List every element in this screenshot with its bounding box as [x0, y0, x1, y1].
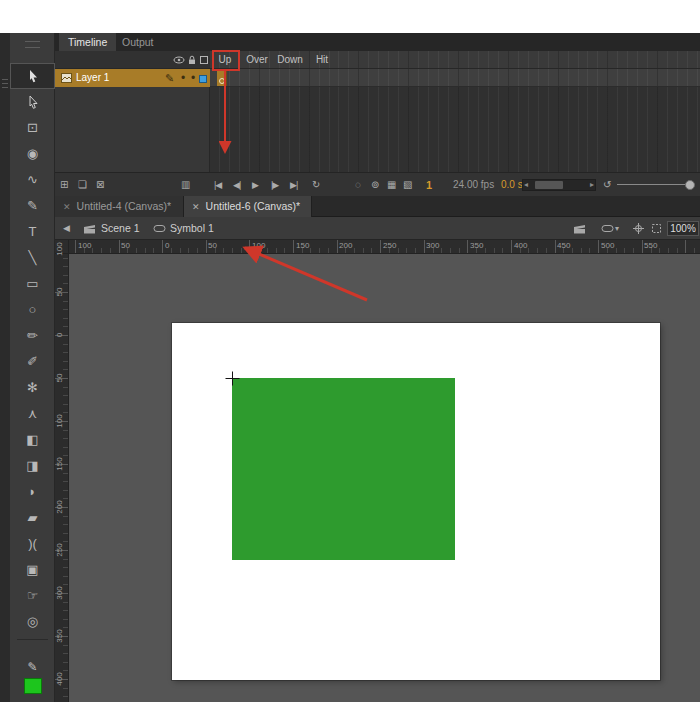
layer-row[interactable]: Layer 1 ✎ • •	[55, 69, 210, 87]
layer-frames-row[interactable]	[210, 69, 700, 87]
scroll-right-arrow[interactable]: ▸	[590, 180, 594, 190]
lock-all-icon[interactable]	[187, 55, 197, 67]
bone-tool[interactable]: ⋏	[10, 401, 55, 427]
modify-markers-button[interactable]: ▧	[403, 173, 412, 197]
frame-size-slider-thumb[interactable]	[685, 180, 695, 190]
new-layer-button[interactable]: ⊞	[60, 173, 68, 197]
layer-lock-dot[interactable]: •	[191, 69, 195, 87]
tools-panel: ⊡ ◉ ∿ ✎ T ╲ ▭ ○ ✏ ✐ ✻ ⋏ ◧ ◨ ◗ ▰ )( ▣ ☞ ◎…	[10, 33, 55, 702]
ruler-label: 50	[208, 241, 217, 250]
eraser-tool[interactable]: ▰	[10, 505, 55, 531]
camera-icon: ▣	[26, 562, 38, 577]
timeline-scrollbar[interactable]: ◂ ▸	[522, 179, 596, 191]
zoom-level-select[interactable]: 100%	[667, 221, 699, 236]
breadcrumb-symbol[interactable]: Symbol 1	[170, 217, 214, 240]
eyedropper-tool[interactable]: ◗	[10, 479, 55, 505]
scene-icon	[83, 223, 96, 236]
scroll-left-arrow[interactable]: ◂	[524, 180, 528, 190]
document-tab-untitled-4[interactable]: ✕Untitled-4 (Canvas)*	[55, 196, 184, 217]
pencil-icon: ✏	[27, 328, 38, 343]
line-icon: ╲	[29, 250, 37, 265]
brush-icon: ✐	[27, 354, 38, 369]
frame-rate-indicator[interactable]: 24.00 fps	[453, 173, 494, 197]
ruler-label: 300	[55, 580, 67, 606]
rectangle-icon: ▭	[26, 276, 38, 291]
tab-timeline[interactable]: Timeline	[59, 33, 116, 51]
text-icon: T	[29, 224, 37, 239]
center-frame-button[interactable]: ▥	[181, 173, 190, 197]
document-tab-untitled-6[interactable]: ✕Untitled-6 (Canvas)*	[184, 196, 312, 217]
panel-grip[interactable]	[2, 83, 8, 84]
new-folder-button[interactable]: ❏	[78, 173, 87, 197]
close-icon[interactable]: ✕	[63, 202, 71, 212]
symbol-icon	[153, 223, 166, 236]
step-forward-button[interactable]: |▶	[271, 173, 278, 197]
keyframe-up[interactable]	[217, 69, 227, 86]
brush-tool[interactable]: ✐	[10, 349, 55, 375]
3d-rotation-tool[interactable]: ◉	[10, 141, 55, 167]
panel-grip[interactable]	[2, 87, 8, 88]
ruler-label: 100	[55, 408, 67, 434]
pen-tool[interactable]: ✎	[10, 193, 55, 219]
frame-view-button[interactable]: ↺	[603, 173, 611, 197]
ruler-label: 50	[55, 279, 67, 305]
deco-tool[interactable]: ✻	[10, 375, 55, 401]
text-tool[interactable]: T	[10, 219, 55, 245]
ink-bottle-tool[interactable]: ◨	[10, 453, 55, 479]
horizontal-ruler: 100 50 0 50 100 150 200 250 300 350 400 …	[69, 240, 700, 254]
ruler-label: 200	[339, 241, 352, 250]
frame-size-slider[interactable]	[617, 184, 695, 185]
green-rectangle-shape[interactable]	[232, 378, 455, 560]
center-stage-button[interactable]	[633, 223, 644, 236]
edit-scene-button[interactable]	[573, 223, 586, 236]
fill-color-swatch[interactable]	[24, 678, 42, 694]
ruler-label: 100	[55, 236, 67, 262]
play-button[interactable]: ▶	[252, 173, 258, 197]
free-transform-tool[interactable]: ⊡	[10, 115, 55, 141]
lasso-tool[interactable]: ∿	[10, 167, 55, 193]
oval-tool[interactable]: ○	[10, 297, 55, 323]
close-icon[interactable]: ✕	[192, 202, 200, 212]
go-to-last-frame-button[interactable]: ▶|	[290, 173, 297, 197]
edit-symbol-button[interactable]	[601, 223, 614, 236]
ruler-label: 400	[55, 666, 67, 692]
line-tool[interactable]: ╲	[10, 245, 55, 271]
ruler-label: 500	[601, 241, 614, 250]
outline-all-icon[interactable]	[199, 55, 209, 67]
selection-tool[interactable]	[10, 63, 55, 89]
onion-skin-outlines-button[interactable]: ⊚	[371, 173, 379, 197]
hand-tool[interactable]: ☞	[10, 583, 55, 609]
vertical-ruler: 100 50 0 50 100 150 200 250 300 350 400	[55, 254, 69, 702]
delete-layer-button[interactable]: ⊠	[96, 173, 104, 197]
step-back-button[interactable]: ◀|	[233, 173, 240, 197]
zoom-tool[interactable]: ◎	[10, 609, 55, 635]
stroke-color-icon[interactable]: ✎	[10, 660, 55, 674]
layer-outline-color-swatch[interactable]	[199, 75, 207, 83]
edit-multiple-frames-button[interactable]: ▦	[387, 173, 396, 197]
loop-button[interactable]: ↻	[312, 173, 320, 197]
caret-down-icon[interactable]: ▾	[615, 217, 619, 240]
camera-tool[interactable]: ▣	[10, 557, 55, 583]
go-to-first-frame-button[interactable]: |◀	[214, 173, 221, 197]
frame-label-up: Up	[219, 51, 232, 69]
pasteboard[interactable]	[69, 254, 700, 702]
width-tool[interactable]: )(	[10, 531, 55, 557]
onion-skin-button[interactable]: ◌	[355, 173, 361, 197]
ruler-label: 50	[121, 241, 130, 250]
layer-visibility-dot[interactable]: •	[181, 69, 185, 87]
hand-icon: ☞	[27, 588, 39, 603]
pencil-tool[interactable]: ✏	[10, 323, 55, 349]
ruler-label: 450	[557, 241, 570, 250]
scrollbar-thumb[interactable]	[535, 181, 563, 189]
breadcrumb-scene[interactable]: Scene 1	[101, 217, 140, 240]
top-margin	[0, 0, 700, 33]
subselection-tool[interactable]	[10, 89, 55, 115]
panel-grip[interactable]	[2, 79, 8, 80]
toolbar-grip[interactable]	[25, 41, 40, 48]
tab-output[interactable]: Output	[113, 33, 163, 51]
clip-content-button[interactable]	[651, 223, 662, 236]
timeline-frame-ruler[interactable]: Up Over Down Hit	[210, 51, 700, 69]
paint-bucket-tool[interactable]: ◧	[10, 427, 55, 453]
show-hide-all-icon[interactable]	[173, 55, 185, 67]
rectangle-tool[interactable]: ▭	[10, 271, 55, 297]
